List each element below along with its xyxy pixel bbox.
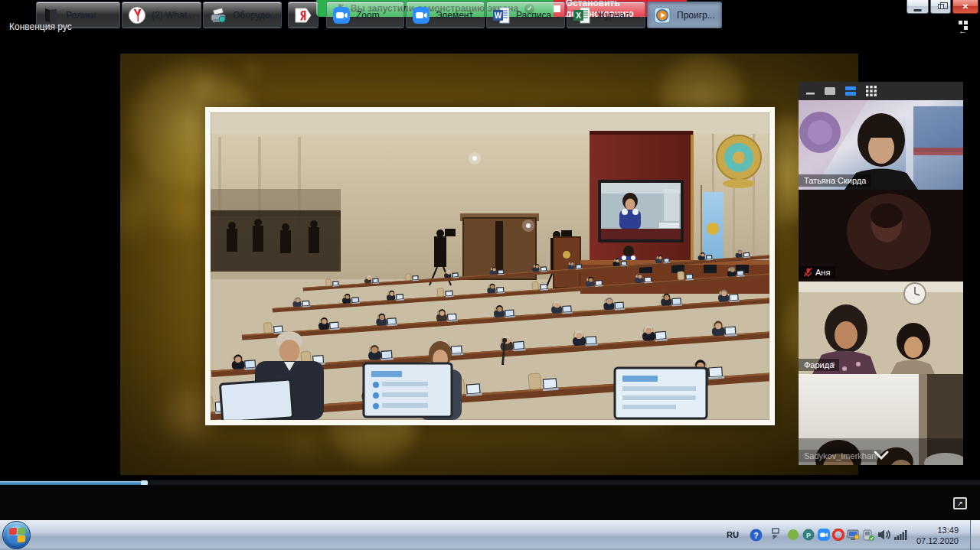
taskbar-button-zoom[interactable]: Zoom (326, 2, 404, 28)
participant-tile-2[interactable]: Аня (799, 190, 963, 282)
parliament-photo (205, 107, 775, 425)
tray-clock[interactable]: 13:49 07.12.2020 (908, 525, 959, 546)
yandex-browser-icon (128, 6, 146, 24)
removable-device-tray-icon[interactable] (862, 529, 874, 545)
participant-name: Sadykov_Imerkhan (799, 450, 881, 462)
restore-icon (938, 4, 944, 9)
word-icon: W (492, 6, 511, 24)
library-arrow-icon: ↗ (955, 499, 965, 508)
change-layout-icon[interactable]: ← (956, 21, 971, 34)
clock-date: 07.12.2020 (908, 535, 959, 546)
volume-tray-icon[interactable] (877, 529, 892, 544)
svg-text:X: X (576, 11, 581, 19)
participant-name: Аня (799, 266, 835, 278)
show-hidden-icons[interactable] (770, 528, 781, 545)
close-icon: ✕ (962, 2, 969, 11)
player-controls: 00:42 (0, 485, 980, 520)
taskbar-button-yandex[interactable] (288, 2, 318, 28)
strip-view-icon[interactable] (845, 86, 857, 96)
zoom-icon (332, 6, 351, 24)
help-tray-icon[interactable]: ? (750, 529, 763, 545)
folder-icon (42, 6, 60, 24)
green-app-tray-icon[interactable] (787, 529, 799, 544)
opera-tray-icon[interactable] (832, 529, 844, 544)
caption-buttons: ▬ ✕ (906, 0, 978, 14)
svg-text:P: P (806, 532, 811, 539)
devices-icon (209, 6, 227, 24)
start-button[interactable] (2, 521, 31, 549)
show-desktop-button[interactable] (970, 520, 980, 550)
participants-panel: Татьяна Скирда Аня (799, 82, 963, 465)
switch-to-library-button[interactable]: ↗ (953, 497, 967, 509)
taskbar-button-whatsapp-yandex[interactable]: (2) What... (122, 2, 201, 28)
restore-button[interactable] (930, 0, 951, 14)
chevron-down-icon[interactable] (873, 451, 890, 460)
participant-name: Татьяна Скирда (799, 174, 871, 187)
taskbar-button-devices[interactable]: Оборудо... (203, 2, 282, 28)
zoom-tray-icon[interactable] (818, 529, 830, 544)
svg-text:?: ? (753, 532, 758, 540)
panel-header (799, 82, 963, 100)
minimize-button[interactable]: ▬ (906, 0, 929, 14)
network-tray-icon[interactable] (894, 529, 907, 543)
participant-tile-1[interactable]: Татьяна Скирда (799, 100, 963, 190)
taskbar-button-player[interactable]: Проигр... (647, 2, 722, 28)
excel-icon: X (573, 6, 591, 24)
taskbar-button-roliki[interactable]: Ролики (36, 2, 120, 28)
seek-bar[interactable] (0, 480, 980, 485)
clock-time: 13:49 (908, 525, 959, 535)
close-button[interactable]: ✕ (952, 0, 978, 14)
svg-text:W: W (495, 11, 502, 19)
app-window: Вы запустили демонстрацию экрана ✓ Остан… (0, 0, 980, 550)
taskbar-button-element[interactable]: Элемент... (406, 2, 485, 28)
participant-tile-3[interactable]: Фарида (799, 282, 963, 374)
gallery-view-icon[interactable] (866, 86, 877, 97)
windows-flag-icon (9, 527, 17, 535)
speaker-view-icon[interactable] (825, 86, 836, 96)
video-frame (120, 54, 858, 475)
display-settings-tray-icon[interactable] (847, 529, 860, 545)
pin-app-tray-icon[interactable]: P (802, 529, 815, 544)
parliament-scene (211, 112, 769, 420)
language-indicator[interactable]: RU (727, 530, 739, 539)
panel-minimize-icon[interactable] (806, 86, 815, 96)
mic-muted-icon (804, 268, 812, 277)
minimize-icon: ▬ (914, 5, 922, 13)
yandex-search-icon (294, 6, 312, 24)
taskbar-button-word[interactable]: W Расписа... (486, 2, 565, 28)
zoom-icon (412, 6, 430, 24)
taskbar-button-excel[interactable]: X Журнал.... (567, 2, 645, 28)
participant-name: Фарида (799, 359, 839, 371)
wmp-icon (653, 6, 671, 24)
